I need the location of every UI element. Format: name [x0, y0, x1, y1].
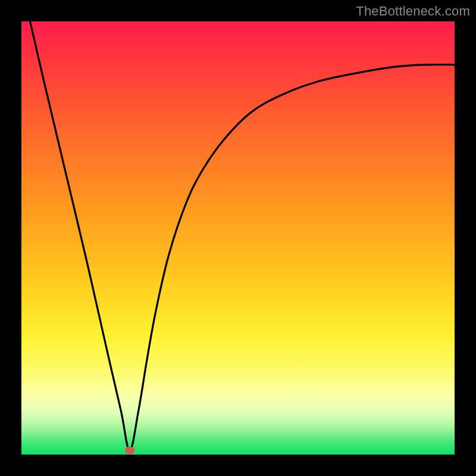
plot-area	[21, 21, 455, 455]
watermark-text: TheBottleneck.com	[356, 4, 470, 19]
optimal-point-marker	[125, 447, 134, 454]
chart-frame: TheBottleneck.com	[0, 0, 476, 476]
bottleneck-curve	[21, 21, 455, 455]
